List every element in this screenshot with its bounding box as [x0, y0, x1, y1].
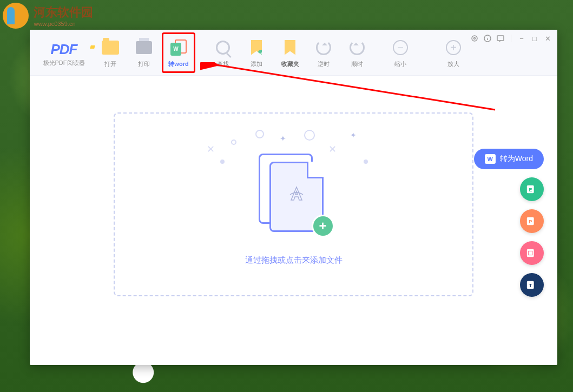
app-window: PDF 极光PDF阅读器 打开 打印 W 转word: [30, 30, 557, 365]
ppt-icon: P: [526, 216, 538, 227]
convert-ppt-button[interactable]: P: [520, 209, 544, 233]
convert-word-text: 转为Word: [500, 154, 533, 164]
add-label: 添加: [251, 60, 262, 68]
zoom-out-button[interactable]: − 缩小: [384, 32, 417, 73]
word-convert-icon: W: [170, 39, 187, 56]
svg-point-0: [472, 36, 477, 41]
rotate-ccw-label: 逆时: [318, 60, 330, 68]
logo-subtitle: 极光PDF阅读器: [34, 59, 94, 67]
app-logo: PDF 极光PDF阅读器: [34, 38, 94, 67]
add-plus-badge: +: [312, 215, 334, 237]
svg-text:T: T: [529, 283, 532, 288]
sparkle-icon: ✕: [207, 143, 215, 155]
excel-icon: E: [526, 184, 538, 195]
feedback-icon[interactable]: [496, 34, 505, 43]
image-icon: [526, 248, 538, 258]
favorites-button[interactable]: 收藏夹: [273, 32, 307, 73]
side-action-panel: W 转为Word E P T: [474, 149, 544, 297]
watermark-url: www.pc0359.cn: [34, 21, 93, 27]
site-watermark: 河东软件园 www.pc0359.cn: [3, 3, 93, 29]
rotate-ccw-icon: [316, 40, 331, 55]
search-button[interactable]: 查找: [206, 32, 240, 73]
open-label: 打开: [104, 60, 116, 68]
logo-text: PDF: [34, 41, 94, 58]
word-icon: W: [485, 154, 496, 164]
close-button[interactable]: ✕: [543, 34, 552, 43]
svg-rect-8: [527, 249, 534, 257]
document-illustration: +: [256, 154, 332, 240]
circle-decoration: [304, 130, 315, 141]
zoom-in-label: 放大: [447, 60, 459, 68]
printer-icon: [136, 41, 152, 54]
maximize-button[interactable]: □: [530, 34, 539, 43]
dot-decoration: [364, 160, 368, 164]
open-button[interactable]: 打开: [94, 32, 127, 73]
circle-decoration: [255, 130, 264, 138]
minus-icon: −: [393, 40, 408, 55]
print-label: 打印: [138, 60, 150, 68]
sparkle-icon: ✦: [350, 131, 357, 139]
zoom-out-label: 缩小: [394, 60, 406, 68]
rotate-cw-button[interactable]: 顺时: [340, 32, 374, 73]
content-area: ✕ ✦ ✕ ✦ + 通过拖拽或点击来添加文件: [30, 76, 557, 365]
rotate-cw-label: 顺时: [351, 60, 363, 68]
settings-gear-icon[interactable]: [470, 34, 479, 43]
plus-icon: +: [446, 40, 461, 55]
add-bookmark-button[interactable]: 添加: [240, 32, 273, 73]
favorites-label: 收藏夹: [281, 60, 299, 68]
toolbar: PDF 极光PDF阅读器 打开 打印 W 转word: [30, 30, 557, 76]
sparkle-icon: ✦: [280, 134, 286, 143]
bookmark-icon: [285, 40, 295, 55]
bookmark-add-icon: [251, 40, 262, 55]
search-label: 查找: [217, 60, 229, 68]
convert-txt-button[interactable]: T: [520, 273, 544, 297]
svg-text:P: P: [529, 219, 532, 224]
info-icon[interactable]: [483, 34, 492, 43]
zoom-in-button[interactable]: + 放大: [437, 32, 470, 73]
rotate-cw-icon: [350, 40, 365, 55]
convert-word-label: 转word: [168, 60, 188, 68]
dot-decoration: [220, 160, 225, 164]
search-icon: [216, 41, 230, 55]
rotate-ccw-button[interactable]: 逆时: [307, 32, 340, 73]
drop-hint-text: 通过拖拽或点击来添加文件: [245, 255, 343, 265]
svg-text:E: E: [529, 187, 532, 192]
folder-icon: [102, 41, 119, 55]
circle-decoration: [231, 139, 236, 145]
watermark-title: 河东软件园: [34, 4, 93, 21]
window-controls: − □ ✕: [470, 34, 552, 43]
convert-excel-button[interactable]: E: [520, 177, 544, 201]
convert-word-button[interactable]: W 转word: [162, 32, 195, 73]
print-button[interactable]: 打印: [127, 32, 161, 73]
convert-to-word-pill[interactable]: W 转为Word: [474, 149, 544, 169]
svg-point-1: [474, 38, 476, 39]
txt-icon: T: [526, 280, 538, 290]
pdf-logo-icon: [288, 185, 305, 202]
convert-image-button[interactable]: [520, 241, 544, 265]
minimize-button[interactable]: −: [517, 34, 526, 43]
svg-rect-3: [497, 36, 504, 41]
file-drop-zone[interactable]: ✕ ✦ ✕ ✦ + 通过拖拽或点击来添加文件: [114, 112, 473, 296]
